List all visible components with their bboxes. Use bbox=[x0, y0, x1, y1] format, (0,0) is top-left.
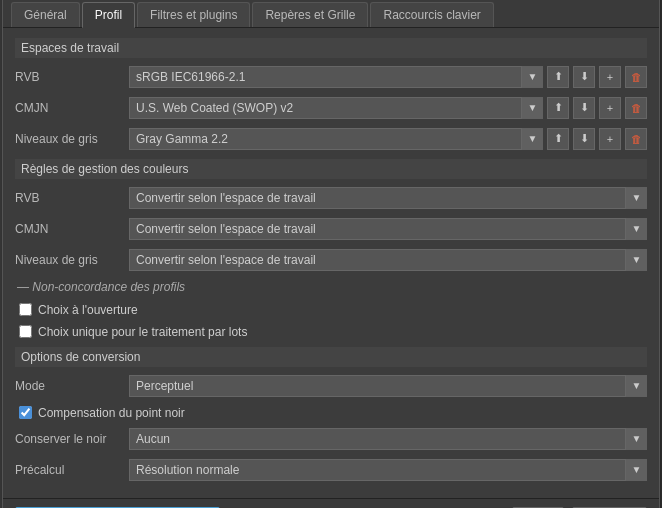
cmjn-dropdown[interactable]: U.S. Web Coated (SWOP) v2 bbox=[129, 97, 543, 119]
tab-general[interactable]: Général bbox=[11, 2, 80, 27]
precalcul-label: Précalcul bbox=[15, 463, 125, 477]
section-regles-header: Règles de gestion des couleurs bbox=[15, 159, 647, 179]
rvb-dropdown[interactable]: sRGB IEC61966-2.1 bbox=[129, 66, 543, 88]
niveaux-add-btn[interactable]: + bbox=[599, 128, 621, 150]
cmjn-delete-btn[interactable]: 🗑 bbox=[625, 97, 647, 119]
choix-unique-row: Choix unique pour le traitement par lots bbox=[15, 325, 647, 339]
regles-niveaux-select-wrapper: Convertir selon l'espace de travail ▼ bbox=[129, 249, 647, 271]
rvb-select-wrapper: sRGB IEC61966-2.1 ▼ bbox=[129, 66, 543, 88]
cmjn-upload-btn[interactable]: ⬆ bbox=[547, 97, 569, 119]
precalcul-select-wrapper: Résolution normale ▼ bbox=[129, 459, 647, 481]
section-espaces-header: Espaces de travail bbox=[15, 38, 647, 58]
rvb-download-btn[interactable]: ⬇ bbox=[573, 66, 595, 88]
niveaux-download-btn[interactable]: ⬇ bbox=[573, 128, 595, 150]
regles-rvb-row: RVB Convertir selon l'espace de travail … bbox=[15, 187, 647, 209]
niveaux-upload-btn[interactable]: ⬆ bbox=[547, 128, 569, 150]
regles-niveaux-label: Niveaux de gris bbox=[15, 253, 125, 267]
cmjn-label: CMJN bbox=[15, 101, 125, 115]
regles-rvb-dropdown[interactable]: Convertir selon l'espace de travail bbox=[129, 187, 647, 209]
bottom-bar: Restaurer les valeurs par défaut OK Annu… bbox=[3, 498, 659, 509]
precalcul-dropdown[interactable]: Résolution normale bbox=[129, 459, 647, 481]
cmjn-add-btn[interactable]: + bbox=[599, 97, 621, 119]
choix-ouverture-row: Choix à l'ouverture bbox=[15, 303, 647, 317]
conserver-label: Conserver le noir bbox=[15, 432, 125, 446]
niveaux-label: Niveaux de gris bbox=[15, 132, 125, 146]
regles-cmjn-row: CMJN Convertir selon l'espace de travail… bbox=[15, 218, 647, 240]
mode-dropdown[interactable]: Perceptuel bbox=[129, 375, 647, 397]
compensation-text: Compensation du point noir bbox=[38, 406, 185, 420]
rvb-add-btn[interactable]: + bbox=[599, 66, 621, 88]
niveaux-delete-btn[interactable]: 🗑 bbox=[625, 128, 647, 150]
choix-ouverture-checkbox[interactable] bbox=[19, 303, 32, 316]
regles-niveaux-row: Niveaux de gris Convertir selon l'espace… bbox=[15, 249, 647, 271]
mode-row: Mode Perceptuel ▼ bbox=[15, 375, 647, 397]
niveaux-dropdown[interactable]: Gray Gamma 2.2 bbox=[129, 128, 543, 150]
conserver-dropdown[interactable]: Aucun bbox=[129, 428, 647, 450]
cmjn-select-wrapper: U.S. Web Coated (SWOP) v2 ▼ bbox=[129, 97, 543, 119]
mode-select-wrapper: Perceptuel ▼ bbox=[129, 375, 647, 397]
regles-niveaux-dropdown[interactable]: Convertir selon l'espace de travail bbox=[129, 249, 647, 271]
mode-label: Mode bbox=[15, 379, 125, 393]
preferences-window: Ps Préférences ✕ Général Profil Filtres … bbox=[2, 0, 660, 508]
conserver-row: Conserver le noir Aucun ▼ bbox=[15, 428, 647, 450]
niveaux-row: Niveaux de gris Gray Gamma 2.2 ▼ ⬆ ⬇ + 🗑 bbox=[15, 128, 647, 150]
choix-ouverture-text: Choix à l'ouverture bbox=[38, 303, 138, 317]
choix-unique-checkbox[interactable] bbox=[19, 325, 32, 338]
regles-cmjn-dropdown[interactable]: Convertir selon l'espace de travail bbox=[129, 218, 647, 240]
compensation-row: Compensation du point noir bbox=[15, 406, 647, 420]
compensation-checkbox[interactable] bbox=[19, 406, 32, 419]
tabs-bar: Général Profil Filtres et plugins Repère… bbox=[3, 0, 659, 28]
rvb-row: RVB sRGB IEC61966-2.1 ▼ ⬆ ⬇ + 🗑 bbox=[15, 66, 647, 88]
tab-filtres[interactable]: Filtres et plugins bbox=[137, 2, 250, 27]
cmjn-download-btn[interactable]: ⬇ bbox=[573, 97, 595, 119]
content-area: Espaces de travail RVB sRGB IEC61966-2.1… bbox=[3, 28, 659, 494]
conserver-select-wrapper: Aucun ▼ bbox=[129, 428, 647, 450]
non-concordance-label: — Non-concordance des profils bbox=[15, 280, 647, 294]
section-conversion-header: Options de conversion bbox=[15, 347, 647, 367]
regles-rvb-label: RVB bbox=[15, 191, 125, 205]
regles-cmjn-select-wrapper: Convertir selon l'espace de travail ▼ bbox=[129, 218, 647, 240]
regles-rvb-select-wrapper: Convertir selon l'espace de travail ▼ bbox=[129, 187, 647, 209]
rvb-label: RVB bbox=[15, 70, 125, 84]
tab-reperes[interactable]: Repères et Grille bbox=[252, 2, 368, 27]
rvb-delete-btn[interactable]: 🗑 bbox=[625, 66, 647, 88]
cmjn-row: CMJN U.S. Web Coated (SWOP) v2 ▼ ⬆ ⬇ + 🗑 bbox=[15, 97, 647, 119]
tab-raccourcis[interactable]: Raccourcis clavier bbox=[370, 2, 493, 27]
regles-cmjn-label: CMJN bbox=[15, 222, 125, 236]
tab-profil[interactable]: Profil bbox=[82, 2, 135, 28]
precalcul-row: Précalcul Résolution normale ▼ bbox=[15, 459, 647, 481]
rvb-upload-btn[interactable]: ⬆ bbox=[547, 66, 569, 88]
choix-unique-text: Choix unique pour le traitement par lots bbox=[38, 325, 247, 339]
niveaux-select-wrapper: Gray Gamma 2.2 ▼ bbox=[129, 128, 543, 150]
